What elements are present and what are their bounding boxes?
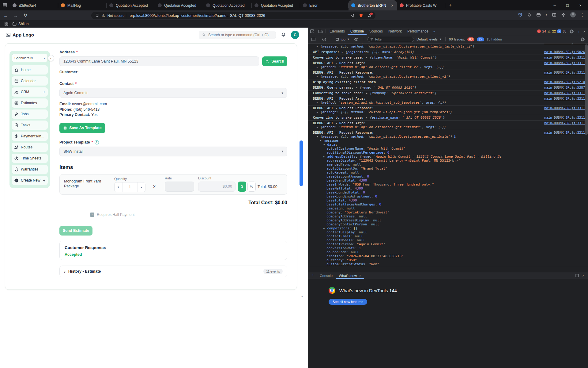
drawer-tab-console[interactable]: Console (317, 272, 336, 279)
see-all-features-button[interactable]: See all new features (329, 299, 367, 305)
search-input[interactable] (208, 33, 273, 37)
bookmark-icon[interactable] (95, 13, 99, 18)
console-counts[interactable]: × 24 ⚠ 22 i 63 (537, 29, 568, 33)
chevron-right-icon[interactable]: › (64, 269, 66, 274)
browser-tab[interactable]: d3i9ei0ar4 (10, 0, 58, 10)
sidebar-item-create-new[interactable]: Create New+ (12, 176, 48, 185)
rate-input[interactable] (165, 182, 194, 192)
expand-caret-icon[interactable]: ▸ (366, 56, 370, 59)
devtools-close-icon[interactable]: × (583, 29, 586, 34)
browser-tab[interactable]: Quotation Accepted (155, 0, 203, 10)
plus-icon[interactable]: + (43, 90, 45, 94)
drawer-tab-what-s-new[interactable]: What's new× (336, 272, 364, 279)
devtools-tab-performance[interactable]: Performance (405, 28, 431, 35)
sidebar-item-estimates[interactable]: Estimates (12, 98, 48, 108)
expand-caret-icon[interactable]: ▸ (316, 65, 320, 69)
sidebar-item-calendar[interactable]: Calendar (12, 76, 48, 86)
source-link[interactable]: main-DUBNX-6R.js:3311 (544, 116, 585, 119)
wallet-card-icon[interactable] (536, 13, 541, 17)
expand-caret-icon[interactable]: ▸ (341, 50, 345, 54)
device-toolbar-icon[interactable] (318, 29, 323, 34)
console-filter[interactable]: Filter (368, 37, 414, 42)
clear-console-icon[interactable] (322, 37, 326, 42)
bookmark-folder[interactable]: Shiloh (12, 22, 28, 26)
customize-sparkle-icon[interactable] (561, 13, 566, 17)
extensions-puzzle-icon[interactable] (527, 13, 532, 17)
menu-kebab-icon[interactable]: ⋮ (580, 13, 584, 17)
tab-close-icon[interactable]: × (390, 3, 394, 8)
source-link[interactable]: main-DUBNX-6R.js:3311 (544, 121, 585, 125)
brave-shield-icon[interactable] (359, 13, 363, 18)
sidebar-item-payments-in[interactable]: Payments/In... (12, 132, 48, 141)
address-input[interactable] (63, 59, 255, 63)
vertical-tabs-icon[interactable] (2, 3, 7, 8)
media-note-icon[interactable]: ♪ (545, 13, 548, 17)
source-link[interactable]: main-DUBNX-6R.js:3311 (544, 91, 585, 95)
expand-caret-icon[interactable]: ▸ (356, 86, 360, 90)
project-template-select[interactable]: SNW Install ▾ (59, 147, 287, 156)
address-field[interactable] (59, 56, 259, 66)
drawer-menu-icon[interactable]: ⋮ (311, 274, 315, 278)
expand-caret-icon[interactable]: ▸ (323, 226, 327, 230)
sidebar-item-time-sheets[interactable]: Time Sheets (12, 154, 48, 163)
source-link[interactable]: main-DUBNX-6R.js:3311 (544, 44, 585, 44)
browser-tab[interactable]: Quotation Accepted (252, 0, 300, 10)
drawer-close-icon[interactable]: × (582, 274, 584, 278)
dock-panel-icon[interactable] (575, 274, 579, 278)
user-avatar[interactable]: C (291, 31, 299, 39)
discount-dollar-button[interactable]: $ (238, 182, 246, 192)
console-scrollbar-thumb[interactable] (585, 44, 588, 135)
expand-caret-icon[interactable]: ▾ (323, 143, 327, 147)
address-bar[interactable]: ⚠ Not secure erp.local:8000/clients?look… (91, 12, 375, 19)
expand-caret-icon[interactable]: ▸ (316, 101, 320, 105)
notification-bell-icon[interactable] (281, 32, 286, 37)
source-link[interactable]: main-DUBNX-6R.js:3311 (544, 56, 585, 59)
save-as-template-button[interactable]: Save As Template (59, 123, 105, 133)
context-selector[interactable]: top ▼ (335, 37, 350, 41)
sidebar-item-routes[interactable]: Routes (12, 143, 48, 152)
expand-caret-icon[interactable]: ▸ (316, 110, 320, 114)
send-estimate-button[interactable]: Send Estimate (59, 226, 92, 236)
sidebar-collapse-button[interactable]: ‹ (48, 55, 54, 61)
expand-caret-icon[interactable]: ▸ (366, 116, 370, 120)
app-logo[interactable]: App Logo (6, 32, 34, 37)
source-link[interactable]: main-DUBNX-6R.js:3311 (544, 97, 585, 100)
source-link[interactable]: main-DUBNX-6R.js:5210 (544, 80, 585, 84)
hidden-messages-label[interactable]: 13 hidden (487, 37, 502, 41)
sidebar-item-tasks[interactable]: Tasks (12, 121, 48, 130)
expand-caret-icon[interactable]: ▸ (316, 44, 320, 48)
history-section[interactable]: › History - Estimate 11 events (59, 266, 287, 277)
browser-tab[interactable]: Brotherton ERPN× (349, 0, 397, 10)
browser-tab[interactable]: Error (300, 0, 349, 10)
apps-grid-icon[interactable] (4, 22, 9, 26)
back-button[interactable]: ← (2, 11, 10, 19)
drawer-tab-close-icon[interactable]: × (359, 274, 361, 278)
issues-label[interactable]: 90 Issues: (449, 37, 465, 41)
command-search[interactable] (199, 31, 276, 39)
quantity-input[interactable] (123, 182, 137, 192)
expand-caret-icon[interactable]: ▸ (316, 125, 320, 129)
forward-button[interactable]: → (12, 11, 20, 19)
expand-caret-icon[interactable]: ▸ (366, 91, 370, 95)
quantity-increase-button[interactable]: ▴ (137, 182, 145, 192)
eye-icon[interactable] (354, 37, 359, 42)
browser-tab[interactable]: Quotation Accepted (107, 0, 155, 10)
sidebar-item-home[interactable]: Home (12, 65, 48, 75)
devtools-tab-sources[interactable]: Sources (367, 28, 386, 35)
scrollbar-down-arrow[interactable]: ▼ (301, 295, 303, 298)
expand-caret-icon[interactable]: ▸ (323, 155, 327, 159)
devtools-tab-console[interactable]: Console (348, 28, 367, 35)
security-label[interactable]: Not secure (107, 14, 125, 17)
minimize-button[interactable]: – (548, 0, 561, 10)
sidebar-item-warranties[interactable]: Warranties (12, 165, 48, 174)
source-link[interactable]: main-DUBNX-6R.js:3311 (544, 71, 585, 74)
devtools-tab-network[interactable]: Network (386, 28, 405, 35)
page-scrollbar-thumb[interactable] (300, 140, 303, 186)
more-tabs-icon[interactable]: » (431, 29, 437, 33)
brave-rewards-icon[interactable] (368, 13, 372, 18)
new-tab-button[interactable]: + (446, 1, 454, 10)
help-icon[interactable]: ? (95, 140, 99, 144)
settings-gear-icon[interactable] (569, 29, 574, 34)
contact-select[interactable]: Again Commit ▾ (59, 88, 287, 98)
sidebar-item-crm[interactable]: CRM+ (12, 87, 48, 97)
